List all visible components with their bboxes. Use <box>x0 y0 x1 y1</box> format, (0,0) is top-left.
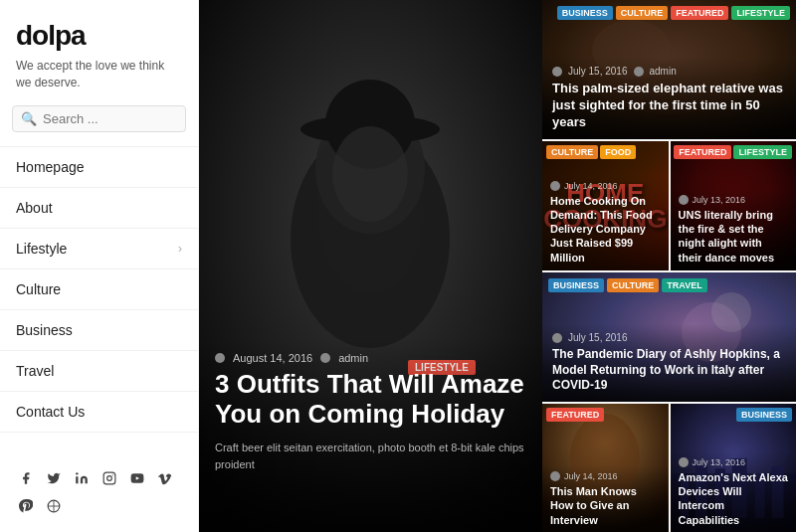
grid-bottom-right-content: July 13, 2016 Amazon's Next Alexa Device… <box>671 451 797 532</box>
grid-bottom-right-title: Amazon's Next Alexa Devices Will Interco… <box>679 470 789 527</box>
nav-item-lifestyle[interactable]: Lifestyle › <box>0 229 198 269</box>
search-icon: 🔍 <box>21 111 37 126</box>
tag-culture: Culture <box>607 278 659 292</box>
nav-item-culture[interactable]: Culture <box>0 269 198 310</box>
grid-middle-right[interactable]: Featured Lifestyle July 13, 2016 UNS lit… <box>671 141 797 270</box>
nav-label-culture: Culture <box>16 281 61 297</box>
grid-bottom-right-date: July 13, 2016 <box>693 457 746 467</box>
nav-item-about[interactable]: About <box>0 188 198 229</box>
hero-title: 3 Outfits That Will Amaze You on Coming … <box>215 370 526 430</box>
article-grid: Business Culture Featured Lifestyle July… <box>542 0 796 532</box>
grid-middle-row: HOMECOOKING Culture Food July 14, 2016 H… <box>542 141 796 270</box>
nav-item-travel[interactable]: Travel <box>0 351 198 392</box>
grid-top-date: July 15, 2016 <box>568 66 628 77</box>
author-icon <box>320 353 330 363</box>
grid-row3-date: July 15, 2016 <box>568 332 628 343</box>
tag-featured: Featured <box>674 145 731 159</box>
calendar-icon <box>679 195 689 205</box>
grid-middle-left-content: July 14, 2016 Home Cooking On Demand: Th… <box>542 175 669 270</box>
nav-item-contact[interactable]: Contact Us <box>0 392 198 433</box>
grid-bottom-right[interactable]: Business July 13, 2016 Amazon's Next Ale… <box>671 404 797 532</box>
tag-lifestyle: Lifestyle <box>733 145 792 159</box>
calendar-icon <box>552 333 562 343</box>
site-logo[interactable]: dolpa <box>0 20 198 58</box>
svg-point-0 <box>76 472 78 474</box>
grid-top-title: This palm-sized elephant relative was ju… <box>552 81 786 131</box>
hero-section: Lifestyle August 14, 2016 admin 3 Outfit… <box>199 0 542 532</box>
hero-date: August 14, 2016 <box>233 352 312 364</box>
calendar-icon <box>552 67 562 77</box>
calendar-icon <box>550 181 560 191</box>
grid-bottom-right-meta: July 13, 2016 <box>679 457 789 467</box>
tag-featured: Featured <box>546 408 604 422</box>
grid-middle-left-date: July 14, 2016 <box>564 181 618 191</box>
grid-row3-content: July 15, 2016 The Pandemic Diary of Ashl… <box>542 324 796 402</box>
grid-bottom-left-date: July 14, 2016 <box>564 471 618 481</box>
nav-label-lifestyle: Lifestyle <box>16 241 67 257</box>
grid-row3-title: The Pandemic Diary of Ashly Hopkins, a M… <box>552 347 786 394</box>
vimeo-icon[interactable] <box>155 468 175 488</box>
tag-lifestyle: Lifestyle <box>731 6 790 20</box>
grid-bottom-left-tags: Featured <box>546 408 604 422</box>
grid-top-meta: July 15, 2016 admin <box>552 66 786 77</box>
site-title: dolpa <box>16 20 182 52</box>
instagram-icon[interactable] <box>100 468 119 488</box>
grid-row3-meta: July 15, 2016 <box>552 332 786 343</box>
grid-middle-left-meta: July 14, 2016 <box>550 181 661 191</box>
calendar-icon <box>550 471 560 481</box>
hero-meta: August 14, 2016 admin <box>215 352 526 364</box>
tag-culture: Culture <box>616 6 668 20</box>
hero-author: admin <box>338 352 368 364</box>
wordpress-icon[interactable] <box>44 496 64 516</box>
tag-travel: Travel <box>662 278 706 292</box>
grid-middle-left-title: Home Cooking On Demand: This Food Delive… <box>550 194 661 265</box>
grid-top-article[interactable]: Business Culture Featured Lifestyle July… <box>542 0 796 139</box>
grid-row3-article[interactable]: Business Culture Travel July 15, 2016 Th… <box>542 272 796 402</box>
grid-bottom-right-tags: Business <box>736 408 792 422</box>
tag-business: Business <box>736 408 792 422</box>
tag-culture: Culture <box>546 145 598 159</box>
twitter-icon[interactable] <box>44 468 64 488</box>
nav-item-homepage[interactable]: Homepage <box>0 147 198 188</box>
svg-rect-1 <box>103 472 115 484</box>
search-box[interactable]: 🔍 <box>12 105 186 132</box>
grid-bottom-left-meta: July 14, 2016 <box>550 471 661 481</box>
pinterest-icon[interactable] <box>16 496 36 516</box>
linkedin-icon[interactable] <box>72 468 92 488</box>
youtube-icon[interactable] <box>127 468 147 488</box>
hero-content: August 14, 2016 admin 3 Outfits That Wil… <box>199 338 542 532</box>
grid-middle-left[interactable]: HOMECOOKING Culture Food July 14, 2016 H… <box>542 141 669 270</box>
grid-row3-tags: Business Culture Travel <box>548 278 707 292</box>
grid-top-content: July 15, 2016 admin This palm-sized elep… <box>542 58 796 139</box>
sidebar: dolpa We accept the love we think we des… <box>0 0 199 532</box>
grid-bottom-row: Featured July 14, 2016 This Man Knows Ho… <box>542 404 796 532</box>
tag-featured: Featured <box>671 6 728 20</box>
svg-point-2 <box>107 476 112 481</box>
nav-label-homepage: Homepage <box>16 159 85 175</box>
grid-middle-right-meta: July 13, 2016 <box>679 195 789 205</box>
calendar-icon <box>679 457 689 467</box>
tag-business: Business <box>548 278 604 292</box>
grid-middle-left-tags: Culture Food <box>546 145 636 159</box>
tag-food: Food <box>600 145 636 159</box>
nav-label-contact: Contact Us <box>16 404 85 420</box>
grid-middle-right-date: July 13, 2016 <box>693 195 746 205</box>
author-icon <box>634 67 644 77</box>
social-icons-bar <box>0 454 198 522</box>
grid-top-author: admin <box>650 66 677 77</box>
grid-bottom-left[interactable]: Featured July 14, 2016 This Man Knows Ho… <box>542 404 669 532</box>
nav-label-business: Business <box>16 322 73 338</box>
grid-middle-right-tags: Featured Lifestyle <box>674 145 792 159</box>
grid-middle-right-content: July 13, 2016 UNS literally bring the fi… <box>671 189 797 270</box>
facebook-icon[interactable] <box>16 468 36 488</box>
chevron-down-icon: › <box>178 242 182 256</box>
site-tagline: We accept the love we think we deserve. <box>0 58 198 105</box>
nav-item-business[interactable]: Business <box>0 310 198 351</box>
grid-middle-right-title: UNS literally bring the fire & set the n… <box>679 208 789 265</box>
nav-label-about: About <box>16 200 53 216</box>
tag-business: Business <box>557 6 613 20</box>
search-input[interactable] <box>43 111 177 126</box>
svg-point-11 <box>332 126 408 222</box>
calendar-icon <box>215 353 225 363</box>
hero-excerpt: Craft beer elit seitan exercitation, pho… <box>215 440 526 472</box>
